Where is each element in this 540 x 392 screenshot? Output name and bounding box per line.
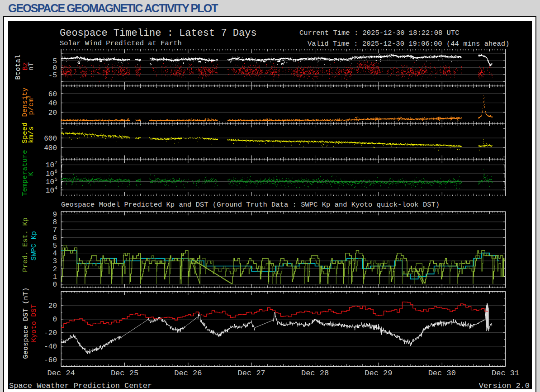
svg-text:6: 6 <box>55 169 57 174</box>
svg-text:10: 10 <box>46 170 54 178</box>
svg-text:Pred. Est. Kp: Pred. Est. Kp <box>21 217 29 272</box>
svg-text:Space Weather Prediction Cente: Space Weather Prediction Center <box>9 382 152 389</box>
svg-text:600: 600 <box>44 135 57 143</box>
svg-text:-5: -5 <box>48 71 57 80</box>
svg-text:10: 10 <box>46 161 54 170</box>
svg-text:nT: nT <box>27 62 35 71</box>
svg-text:K: K <box>27 171 35 176</box>
svg-text:-60: -60 <box>44 356 57 364</box>
svg-text:Solar Wind Predicted at Earth: Solar Wind Predicted at Earth <box>60 39 182 47</box>
svg-text:0: 0 <box>52 316 57 324</box>
svg-text:Valid Time : 2025-12-30 19:06:: Valid Time : 2025-12-30 19:06:00 (44 min… <box>308 40 509 48</box>
svg-text:Dec 26: Dec 26 <box>174 369 202 378</box>
svg-text:4: 4 <box>55 185 57 191</box>
svg-text:40: 40 <box>48 99 57 108</box>
svg-text:Dec 31: Dec 31 <box>492 369 519 378</box>
svg-text:Dec 24: Dec 24 <box>47 369 75 378</box>
svg-text:Kyoto DST: Kyoto DST <box>30 304 38 342</box>
svg-text:10: 10 <box>46 178 54 186</box>
svg-text:400: 400 <box>44 144 57 152</box>
svg-text:Dec 28: Dec 28 <box>301 369 329 378</box>
svg-text:Dec 29: Dec 29 <box>365 369 392 378</box>
svg-text:km/s: km/s <box>27 126 35 143</box>
svg-text:10: 10 <box>46 187 54 195</box>
svg-text:Geospace Timeline : Latest 7 D: Geospace Timeline : Latest 7 Days <box>60 28 257 39</box>
svg-text:9: 9 <box>52 211 57 219</box>
svg-text:Current Time : 2025-12-30 18:2: Current Time : 2025-12-30 18:22:08 UTC <box>299 29 459 37</box>
svg-text:3: 3 <box>52 257 57 265</box>
svg-text:4: 4 <box>52 250 57 258</box>
svg-text:Geospace DST (nT): Geospace DST (nT) <box>22 288 30 359</box>
svg-text:p/cm3: p/cm3 <box>26 95 35 115</box>
svg-text:-20: -20 <box>44 329 57 337</box>
svg-text:Dec 27: Dec 27 <box>238 369 265 378</box>
svg-text:20: 20 <box>48 109 57 117</box>
svg-text:Dec 25: Dec 25 <box>111 369 138 378</box>
svg-text:8: 8 <box>52 218 57 227</box>
svg-text:5: 5 <box>55 177 57 182</box>
svg-text:2: 2 <box>52 265 57 274</box>
svg-text:7: 7 <box>55 160 57 165</box>
svg-text:1: 1 <box>52 273 57 281</box>
svg-text:7: 7 <box>52 226 57 234</box>
svg-text:6: 6 <box>52 234 57 242</box>
svg-text:SWPC Kp: SWPC Kp <box>30 231 38 260</box>
svg-text:Dec 30: Dec 30 <box>428 369 456 378</box>
svg-text:20: 20 <box>48 302 57 310</box>
svg-text:-40: -40 <box>44 343 57 351</box>
svg-text:Geospace Model Predicted Kp an: Geospace Model Predicted Kp and DST (Gro… <box>61 201 440 209</box>
svg-text:0: 0 <box>52 281 57 289</box>
svg-text:Version 2.0: Version 2.0 <box>479 382 530 389</box>
svg-text:5: 5 <box>52 242 57 250</box>
svg-text:60: 60 <box>48 90 57 99</box>
